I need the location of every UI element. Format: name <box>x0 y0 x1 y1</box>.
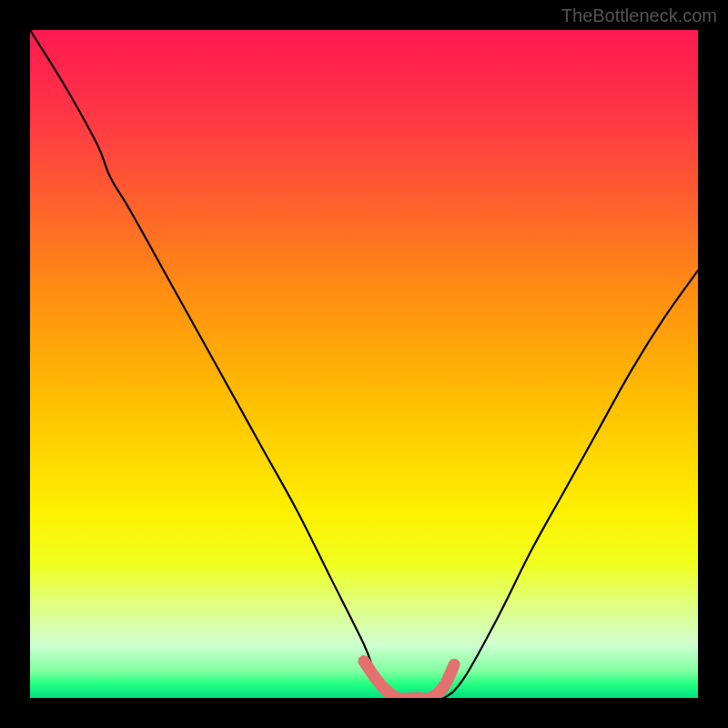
highlight-segment-line <box>364 662 454 698</box>
chart-plot-area <box>30 30 698 698</box>
watermark-text: TheBottleneck.com <box>561 5 717 26</box>
chart-svg <box>30 30 698 698</box>
bottleneck-curve-line <box>30 30 698 698</box>
